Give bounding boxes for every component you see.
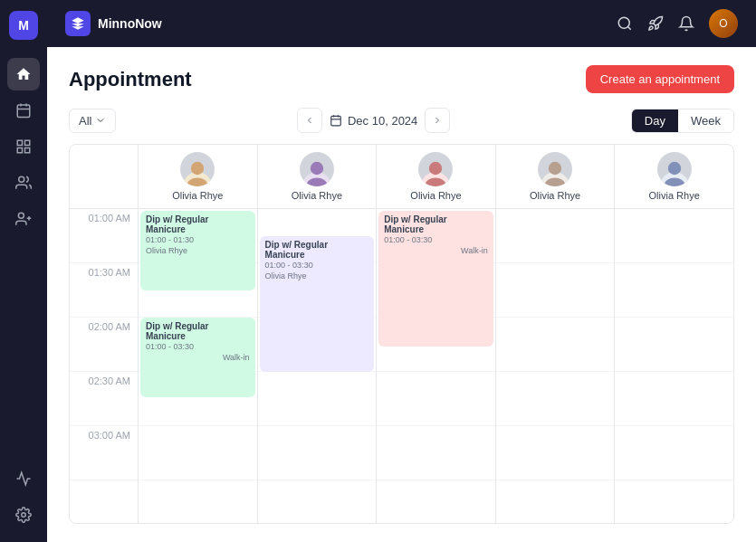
grid-cell [615, 318, 733, 372]
sidebar: M [0, 0, 47, 542]
staff-columns: Olivia Rhye Olivia Rhye [138, 145, 733, 208]
grid-cell [615, 372, 733, 426]
grid-cell [377, 372, 495, 426]
grid-cell [496, 318, 615, 372]
grid-cell [258, 372, 377, 426]
staff-avatar-2 [300, 152, 334, 186]
svg-point-9 [18, 213, 24, 218]
search-icon[interactable] [617, 15, 633, 32]
appointment-2[interactable]: Dip w/ Regular Manicure 01:00 - 03:30 Wa… [140, 318, 255, 397]
staff-avatar-4 [538, 152, 572, 186]
staff-col-3: Olivia Rhye [376, 145, 495, 208]
svg-rect-4 [17, 140, 22, 145]
sidebar-item-calendar[interactable] [7, 94, 40, 127]
staff-avatar-5 [657, 152, 692, 186]
chevron-right-icon [432, 115, 443, 126]
page-title: Appointment [69, 68, 192, 91]
time-gutter [70, 145, 138, 208]
svg-line-14 [627, 26, 630, 29]
staff-name-2: Olivia Rhye [292, 190, 342, 201]
appointment-4[interactable]: Dip w/ Regular Manicure 01:00 - 03:30 Wa… [378, 211, 493, 347]
appointment-3[interactable]: Dip w/ Regular Manicure 01:00 - 03:30 Ol… [260, 236, 375, 372]
grid-cell [615, 426, 733, 480]
staff-col-2: Olivia Rhye [257, 145, 377, 208]
app-logo: M [9, 11, 38, 40]
next-date-button[interactable] [425, 108, 450, 133]
topnav: MinnoNow O [47, 0, 756, 47]
svg-rect-15 [331, 116, 341, 126]
sidebar-item-staff[interactable] [7, 203, 40, 235]
brand-logo [65, 11, 91, 36]
main-content: MinnoNow O Appointment Create an appoint… [47, 0, 756, 542]
grid-cell [496, 209, 615, 263]
filter-button[interactable]: All [69, 109, 116, 133]
svg-rect-6 [17, 148, 22, 153]
brand: MinnoNow [65, 11, 162, 36]
sidebar-item-reports[interactable] [7, 462, 40, 495]
svg-point-13 [618, 17, 629, 28]
grid-cell [377, 426, 495, 480]
svg-point-29 [549, 162, 561, 175]
grid-cell [258, 426, 377, 480]
prev-date-button[interactable] [297, 108, 322, 133]
calendar-body: 01:00 AM 01:30 AM 02:00 AM 02:30 AM 03:0… [70, 209, 733, 523]
grid-cell [139, 426, 257, 480]
staff-name-3: Olivia Rhye [410, 190, 461, 201]
topnav-actions: O [617, 9, 738, 38]
staff-name-5: Olivia Rhye [649, 190, 700, 201]
staff-name-1: Olivia Rhye [172, 190, 223, 201]
content-header: Appointment Create an appointment [69, 65, 734, 93]
rocket-icon[interactable] [647, 15, 664, 32]
time-slot-100: 01:00 AM [70, 209, 138, 263]
create-appointment-button[interactable]: Create an appointment [586, 65, 734, 93]
grid-cell [496, 426, 615, 480]
time-column: 01:00 AM 01:30 AM 02:00 AM 02:30 AM 03:0… [70, 209, 138, 523]
grid-col-3: Dip w/ Regular Manicure 01:00 - 03:30 Wa… [376, 209, 495, 523]
chevron-down-icon [95, 115, 106, 126]
svg-point-32 [667, 162, 680, 175]
sidebar-item-clients[interactable] [7, 166, 40, 199]
svg-rect-0 [17, 105, 30, 118]
grid-columns: Dip w/ Regular Manicure 01:00 - 01:30 Ol… [138, 209, 733, 523]
staff-col-1: Olivia Rhye [138, 145, 257, 208]
svg-point-8 [19, 176, 24, 182]
grid-cell [496, 263, 615, 318]
week-view-button[interactable]: Week [678, 109, 733, 132]
grid-col-2: Dip w/ Regular Manicure 01:00 - 03:30 Ol… [257, 209, 377, 523]
sidebar-item-grid[interactable] [7, 130, 40, 163]
time-slot-300: 03:00 AM [70, 426, 138, 480]
grid-cell [615, 263, 733, 318]
staff-col-4: Olivia Rhye [495, 145, 615, 208]
appointment-1[interactable]: Dip w/ Regular Manicure 01:00 - 01:30 Ol… [140, 211, 255, 290]
brand-name: MinnoNow [98, 16, 162, 31]
grid-col-4 [495, 209, 615, 523]
time-slot-230: 02:30 AM [70, 372, 138, 426]
date-navigation: Dec 10, 2024 [297, 108, 450, 133]
staff-avatar-3 [418, 152, 453, 186]
staff-header: Olivia Rhye Olivia Rhye [70, 145, 733, 209]
calendar: Olivia Rhye Olivia Rhye [69, 144, 734, 524]
staff-name-4: Olivia Rhye [530, 190, 580, 201]
svg-rect-7 [25, 148, 30, 153]
staff-avatar-1 [180, 152, 215, 186]
day-view-button[interactable]: Day [632, 109, 678, 132]
calendar-icon [330, 114, 342, 127]
bell-icon[interactable] [678, 15, 694, 32]
svg-point-20 [191, 162, 204, 175]
staff-col-5: Olivia Rhye [614, 145, 733, 208]
sidebar-item-home[interactable] [7, 58, 40, 90]
content-area: Appointment Create an appointment All De… [47, 47, 756, 542]
grid-col-5 [614, 209, 733, 523]
grid-cell [615, 209, 733, 263]
current-date: Dec 10, 2024 [330, 114, 417, 128]
svg-rect-5 [25, 140, 30, 145]
view-toggle: Day Week [631, 109, 734, 133]
svg-point-26 [429, 162, 442, 175]
time-slot-200: 02:00 AM [70, 318, 138, 372]
grid-col-1: Dip w/ Regular Manicure 01:00 - 01:30 Ol… [138, 209, 257, 523]
grid-cell [496, 372, 615, 426]
chevron-left-icon [304, 115, 315, 126]
user-avatar[interactable]: O [709, 9, 738, 38]
sidebar-item-settings[interactable] [7, 499, 40, 531]
time-slot-130: 01:30 AM [70, 263, 138, 318]
